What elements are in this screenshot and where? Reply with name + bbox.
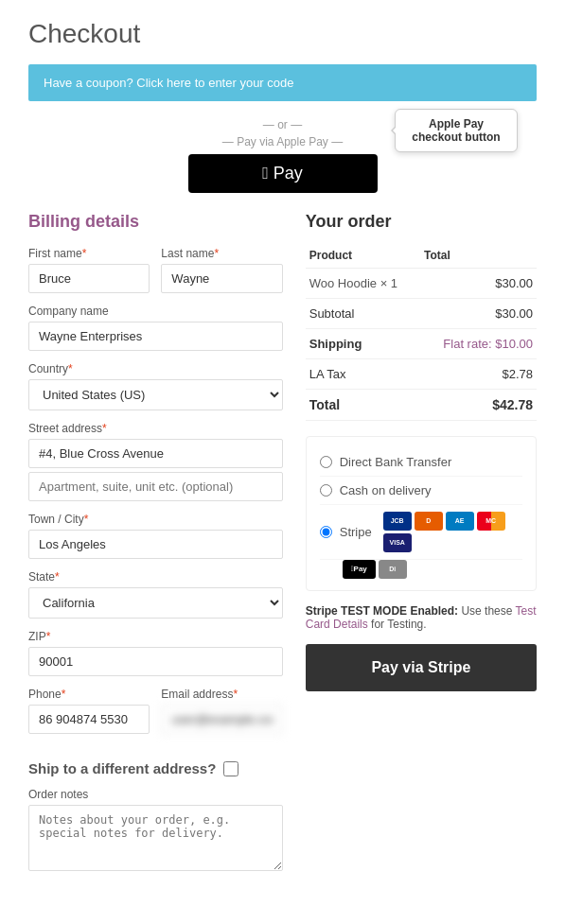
subtotal-row: Subtotal $30.00 bbox=[306, 299, 537, 329]
diners-icon: Di bbox=[379, 560, 407, 579]
billing-title: Billing details bbox=[28, 212, 283, 232]
apple-pay-button[interactable]:  Pay bbox=[188, 154, 378, 193]
ship-different-section: Ship to a different address? bbox=[28, 760, 283, 776]
country-label: Country* bbox=[28, 362, 283, 375]
page-title: Checkout bbox=[28, 19, 537, 49]
city-input[interactable] bbox=[28, 530, 283, 559]
first-name-input[interactable] bbox=[28, 264, 150, 293]
shipping-label: Shipping bbox=[306, 329, 420, 359]
payment-option-cod[interactable]: Cash on delivery bbox=[320, 477, 522, 505]
city-label: Town / City* bbox=[28, 513, 283, 526]
last-name-group: Last name* bbox=[161, 247, 282, 293]
order-notes-textarea[interactable] bbox=[28, 805, 283, 871]
bank-radio[interactable] bbox=[320, 456, 332, 468]
company-label: Company name bbox=[28, 305, 283, 318]
last-name-label: Last name* bbox=[161, 247, 282, 260]
order-title: Your order bbox=[306, 212, 537, 232]
product-name: Woo Hoodie × 1 bbox=[306, 269, 420, 299]
col-total: Total bbox=[420, 243, 537, 269]
col-product: Product bbox=[306, 243, 420, 269]
phone-label: Phone* bbox=[28, 688, 150, 701]
subtotal-label: Subtotal bbox=[306, 299, 420, 329]
state-select[interactable]: California bbox=[28, 587, 283, 619]
cod-radio[interactable] bbox=[320, 484, 332, 497]
payment-option-stripe[interactable]: Stripe JCB D AE MC VISA bbox=[320, 505, 522, 560]
shipping-value: Flat rate: $10.00 bbox=[420, 329, 537, 359]
table-row: Woo Hoodie × 1 $30.00 bbox=[306, 269, 537, 299]
stripe-icons: JCB D AE MC VISA bbox=[383, 512, 522, 552]
street-label: Street address* bbox=[28, 422, 283, 435]
order-notes-label: Order notes bbox=[28, 788, 283, 801]
bank-label: Direct Bank Transfer bbox=[340, 455, 452, 469]
coupon-bar[interactable]: Have a coupon? Click here to enter your … bbox=[28, 64, 537, 101]
apple-pay-callout: Apple Pay checkout button bbox=[395, 109, 518, 152]
discover-icon: D bbox=[415, 512, 443, 531]
mastercard-icon: MC bbox=[477, 512, 505, 531]
city-group: Town / City* bbox=[28, 513, 283, 559]
email-label: Email address* bbox=[161, 688, 282, 701]
state-label: State* bbox=[28, 570, 283, 584]
stripe-radio[interactable] bbox=[320, 526, 332, 538]
company-group: Company name bbox=[28, 305, 283, 351]
ship-different-checkbox[interactable] bbox=[223, 761, 238, 776]
stripe-test-mode: Stripe TEST MODE Enabled: Use these Test… bbox=[306, 604, 537, 631]
amex-icon: AE bbox=[446, 512, 474, 531]
phone-input[interactable] bbox=[28, 705, 150, 734]
email-group: Email address* bbox=[161, 688, 282, 734]
order-table: Product Total Woo Hoodie × 1 $30.00 Subt… bbox=[306, 243, 537, 421]
zip-group: ZIP* bbox=[28, 630, 283, 676]
tax-label: LA Tax bbox=[306, 359, 420, 390]
zip-label: ZIP* bbox=[28, 630, 283, 643]
tax-value: $2.78 bbox=[420, 359, 537, 390]
country-select[interactable]: United States (US) bbox=[28, 379, 283, 410]
payment-methods: Direct Bank Transfer Cash on delivery St… bbox=[306, 436, 537, 591]
total-label: Total bbox=[306, 390, 420, 421]
street-input[interactable] bbox=[28, 439, 283, 468]
first-name-group: First name* bbox=[28, 247, 150, 293]
order-notes-group: Order notes bbox=[28, 788, 283, 874]
country-group: Country* United States (US) bbox=[28, 362, 283, 410]
visa-icon: VISA bbox=[383, 533, 412, 552]
state-group: State* California bbox=[28, 570, 283, 619]
jcb-icon: JCB bbox=[383, 512, 412, 531]
shipping-row: Shipping Flat rate: $10.00 bbox=[306, 329, 537, 359]
pay-stripe-button[interactable]: Pay via Stripe bbox=[306, 644, 537, 691]
total-row: Total $42.78 bbox=[306, 390, 537, 421]
last-name-input[interactable] bbox=[161, 264, 282, 293]
stripe-test-mode-label: Stripe TEST MODE Enabled: bbox=[306, 604, 458, 618]
billing-section: Billing details First name* Last name* C… bbox=[28, 212, 283, 885]
email-input[interactable] bbox=[161, 705, 282, 734]
applepay-icon: Pay bbox=[343, 560, 376, 579]
order-section: Your order Product Total Woo Hoodie × 1 … bbox=[306, 212, 537, 885]
subtotal-value: $30.00 bbox=[420, 299, 537, 329]
street-group: Street address* bbox=[28, 422, 283, 501]
zip-input[interactable] bbox=[28, 647, 283, 676]
apt-input[interactable] bbox=[28, 472, 283, 501]
extra-card-icons: Pay Di bbox=[343, 560, 522, 579]
company-input[interactable] bbox=[28, 322, 283, 351]
payment-option-bank[interactable]: Direct Bank Transfer bbox=[320, 448, 522, 477]
first-name-label: First name* bbox=[28, 247, 150, 260]
apple-pay-section: — or — — Pay via Apple Pay —  Pay Apple… bbox=[28, 118, 537, 193]
product-total: $30.00 bbox=[420, 269, 537, 299]
total-value: $42.78 bbox=[420, 390, 537, 421]
ship-different-label: Ship to a different address? bbox=[28, 760, 216, 776]
tax-row: LA Tax $2.78 bbox=[306, 359, 537, 390]
cod-label: Cash on delivery bbox=[340, 483, 432, 497]
phone-group: Phone* bbox=[28, 688, 150, 734]
stripe-label: Stripe bbox=[340, 525, 372, 539]
